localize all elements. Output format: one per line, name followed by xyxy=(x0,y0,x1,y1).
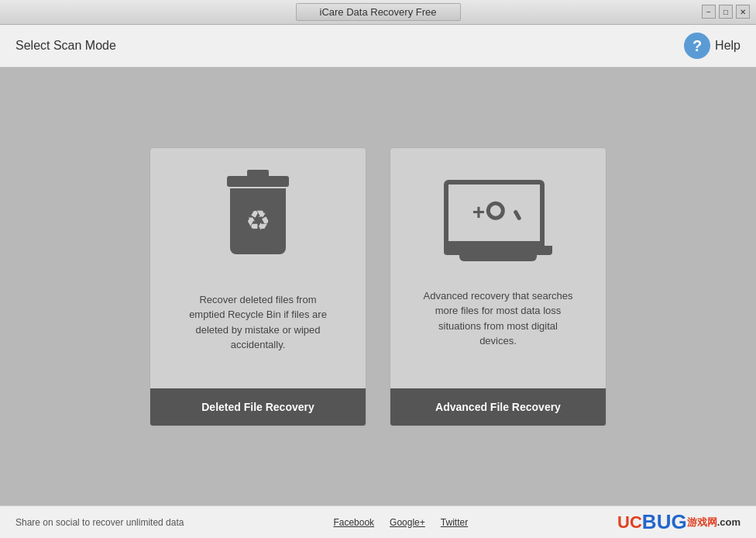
magnifier-circle xyxy=(483,198,509,223)
googleplus-link[interactable]: Google+ xyxy=(390,517,425,528)
minimize-button[interactable]: − xyxy=(702,5,716,19)
help-label: Help xyxy=(715,39,741,53)
footer-share-text: Share on social to recover unlimited dat… xyxy=(15,517,184,528)
magnifier-icon xyxy=(483,193,521,231)
footer-links: Facebook Google+ Twitter xyxy=(333,517,468,528)
twitter-link[interactable]: Twitter xyxy=(441,517,468,528)
help-icon: ? xyxy=(684,33,710,59)
logo-game: 游戏网 xyxy=(687,516,717,529)
deleted-file-recovery-button[interactable]: Deleted File Recovery xyxy=(150,388,366,426)
search-content: + xyxy=(472,198,516,226)
deleted-file-description: Recover deleted files from emptied Recyc… xyxy=(166,292,350,368)
laptop-base xyxy=(444,246,552,255)
card-icon-area-2: + Advanced recovery that searches more f… xyxy=(390,148,606,388)
bin-body: ♻ xyxy=(230,188,286,254)
plus-icon: + xyxy=(472,202,485,223)
bin-lid xyxy=(227,176,289,187)
close-button[interactable]: ✕ xyxy=(736,5,750,19)
recycle-bin-icon: ♻ xyxy=(215,176,301,277)
laptop-search-icon: + xyxy=(444,180,552,273)
recycle-symbol: ♻ xyxy=(246,207,270,235)
laptop-base-bottom xyxy=(459,255,537,261)
footer: Share on social to recover unlimited dat… xyxy=(0,505,756,538)
advanced-file-description: Advanced recovery that searches more fil… xyxy=(406,288,590,364)
footer-logo: UC BUG 游戏网 .com xyxy=(617,510,741,534)
laptop-screen: + xyxy=(444,180,545,246)
restore-button[interactable]: □ xyxy=(719,5,733,19)
header-bar: Select Scan Mode ? Help xyxy=(0,25,756,67)
main-content: ♻ Recover deleted files from emptied Rec… xyxy=(0,67,756,505)
card-icon-area-1: ♻ Recover deleted files from emptied Rec… xyxy=(150,148,366,388)
window-controls[interactable]: − □ ✕ xyxy=(702,5,750,19)
deleted-file-recovery-card[interactable]: ♻ Recover deleted files from emptied Rec… xyxy=(149,147,366,426)
scan-mode-title: Select Scan Mode xyxy=(15,39,116,53)
magnifier-handle xyxy=(513,209,521,221)
advanced-file-recovery-button[interactable]: Advanced File Recovery xyxy=(390,388,606,426)
logo-uc: UC xyxy=(617,512,642,533)
app-title: iCare Data Recovery Free xyxy=(296,3,461,21)
logo-com: .com xyxy=(717,516,741,528)
title-bar: iCare Data Recovery Free − □ ✕ xyxy=(0,0,756,25)
facebook-link[interactable]: Facebook xyxy=(333,517,374,528)
advanced-file-recovery-card[interactable]: + Advanced recovery that searches more f… xyxy=(390,147,607,426)
logo-bug: BUG xyxy=(642,510,687,534)
help-section[interactable]: ? Help xyxy=(684,33,741,59)
